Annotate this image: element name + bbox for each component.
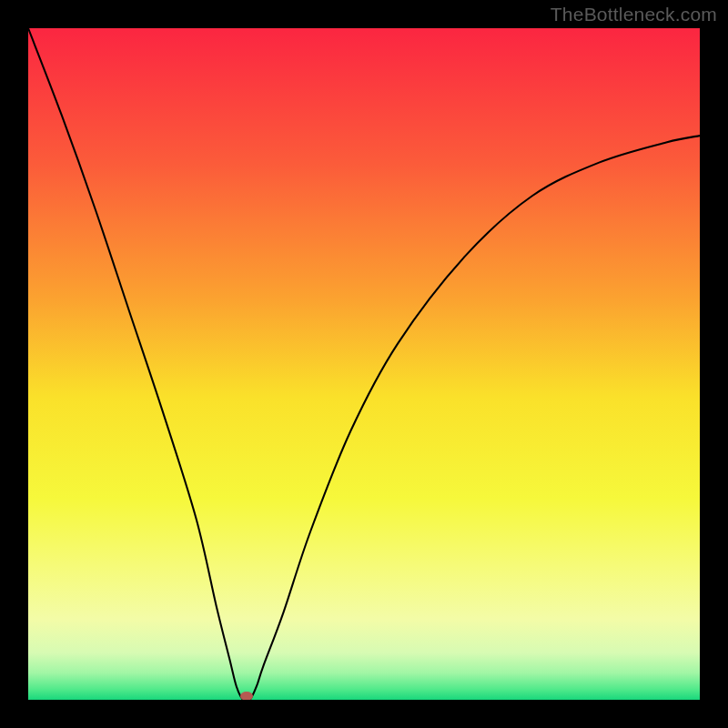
chart-plot-area (28, 28, 700, 700)
watermark-text: TheBottleneck.com (551, 4, 717, 25)
chart-curve (28, 28, 700, 700)
chart-marker-point (240, 692, 253, 700)
